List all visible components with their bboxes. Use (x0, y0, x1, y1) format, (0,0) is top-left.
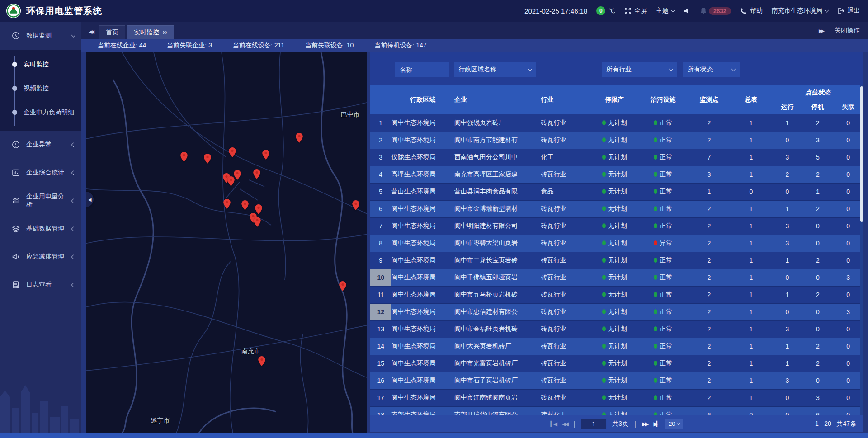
table-scrollbar (860, 85, 863, 415)
chevron-down-icon (671, 8, 675, 13)
table-scrollbar-thumb[interactable] (860, 86, 863, 222)
fullscreen-button[interactable]: 全屏 (624, 7, 647, 15)
cell-run-count: 0 (772, 183, 802, 200)
map-pin-icon[interactable] (253, 169, 260, 179)
enterprise-table: 行政区域 企业 行业 停限产 治污设施 监测点 总表 点位状态 (370, 85, 863, 415)
cell-total-meter: 1 (730, 235, 772, 252)
col-lost: 失联 (833, 100, 863, 114)
prev-page-button[interactable]: ◀◀ (562, 421, 567, 427)
status-filter-select[interactable]: 所有状态 (683, 62, 740, 77)
sidebar-subitem-视频监控[interactable]: 视频监控 (0, 76, 81, 100)
page-size-select[interactable]: 20 (665, 419, 683, 429)
close-operations-button[interactable]: 关闭操作 (835, 27, 860, 35)
table-row[interactable]: 18南部生态环境局南部县瑞华山河有限公建材化工无计划正常60060 (370, 406, 863, 415)
sidebar-item-label: 数据监测 (26, 32, 66, 40)
skyline-decoration (0, 365, 81, 433)
map-pin-icon[interactable] (241, 200, 249, 210)
cell-monitor-count: 7 (688, 149, 730, 166)
notification-area[interactable]: 2632 (700, 7, 731, 15)
table-row[interactable]: 10阆中生态环境局阆中千佛镇五郎垭页岩砖瓦行业无计划正常21003 (370, 269, 863, 286)
sidebar-item-日志查看[interactable]: 日志查看 (0, 271, 81, 299)
table-row[interactable]: 12阆中生态环境局阆中市忠信建材有限公砖瓦行业无计划正常21003 (370, 303, 863, 320)
page-number-input[interactable] (581, 419, 606, 429)
first-page-button[interactable]: ▎◀ (551, 421, 556, 427)
org-dropdown[interactable]: 南充市生态环境局 (772, 7, 828, 15)
map-pin-icon[interactable] (223, 199, 231, 209)
map-pin-icon[interactable] (254, 217, 261, 227)
table-row[interactable]: 2阆中生态环境局阆中市南方节能建材有砖瓦行业无计划正常21030 (370, 132, 863, 149)
map-pin-icon[interactable] (262, 150, 269, 160)
cell-region: 阆中生态环境局 (391, 200, 454, 217)
sidebar-item-企业综合统计[interactable]: 企业综合统计 (0, 159, 81, 187)
cell-num: 15 (370, 355, 391, 372)
cell-region: 仪陇生态环境局 (391, 149, 454, 166)
table-row[interactable]: 6阆中生态环境局阆中市金博瑞新型墙材砖瓦行业无计划正常21120 (370, 200, 863, 217)
map-pin-icon[interactable] (296, 133, 303, 143)
cell-total-meter: 1 (730, 338, 772, 355)
cell-company: 阆中市枣碧大梁山页岩 (454, 235, 541, 252)
cell-stop-status: 无计划 (591, 269, 638, 286)
cell-facility-status: 正常 (638, 406, 688, 415)
sidebar-item-数据监测[interactable]: 数据监测 (0, 22, 81, 50)
tab-首页[interactable]: 首页 (99, 25, 125, 39)
table-row[interactable]: 3仪陇生态环境局西南油气田分公司川中化工无计划正常71350 (370, 149, 863, 166)
status-dot-icon (654, 361, 657, 366)
name-filter-field[interactable] (395, 62, 449, 77)
table-row[interactable]: 14阆中生态环境局阆中大兴页岩机砖厂砖瓦行业无计划正常21120 (370, 338, 863, 355)
sidebar-item-企业用电量分析[interactable]: 企业用电量分析 (0, 187, 81, 215)
map-pin-icon[interactable] (204, 154, 211, 164)
cell-industry: 砖瓦行业 (541, 355, 591, 372)
table-row[interactable]: 5营山生态环境局营山县润丰肉食品有限食品无计划正常10010 (370, 183, 863, 200)
tab-实时监控[interactable]: 实时监控⊗ (127, 25, 174, 39)
map-pin-icon[interactable] (180, 152, 188, 162)
last-page-button[interactable]: ▶▎ (654, 421, 659, 427)
sidebar-item-应急减排管理[interactable]: 应急减排管理 (0, 243, 81, 271)
map-pin-icon[interactable] (258, 356, 265, 366)
chevron-down-icon (669, 67, 674, 71)
table-row[interactable]: 7阆中生态环境局阆中明阳建材有限公司砖瓦行业无计划正常21300 (370, 217, 863, 235)
cell-run-count: 0 (772, 269, 802, 286)
table-row[interactable]: 9阆中生态环境局阆中市二龙长宝页岩砖砖瓦行业无计划正常21120 (370, 252, 863, 269)
map-pin-icon[interactable] (229, 147, 236, 157)
map-pin-icon[interactable] (339, 281, 346, 291)
table-row[interactable]: 1阆中生态环境局阆中强锐页岩砖厂砖瓦行业无计划正常21120 (370, 114, 863, 132)
sidebar-item-基础数据管理[interactable]: 基础数据管理 (0, 215, 81, 243)
map-pin-icon[interactable] (234, 170, 241, 180)
status-dot-icon (602, 292, 606, 297)
table-row[interactable]: 4高坪生态环境局南充市高坪区王家店建砖瓦行业无计划正常31220 (370, 166, 863, 183)
table-row[interactable]: 8阆中生态环境局阆中市枣碧大梁山页岩砖瓦行业无计划异常21300 (370, 235, 863, 252)
cell-facility-status: 正常 (638, 252, 688, 269)
table-row[interactable]: 16阆中生态环境局阆中市石子页岩机砖厂砖瓦行业无计划正常21300 (370, 372, 863, 389)
next-page-button[interactable]: ▶▶ (642, 421, 647, 427)
theme-dropdown[interactable]: 主题 (656, 7, 675, 15)
total-count-label: 共47条 (836, 420, 856, 427)
table-row[interactable]: 15阆中生态环境局阆中市光富页岩机砖厂砖瓦行业无计划正常21120 (370, 355, 863, 372)
monitor-panel: 行政区域名称 所有行业 所有状态 (370, 52, 863, 429)
mute-button[interactable] (684, 7, 691, 14)
cell-industry: 化工 (541, 149, 591, 166)
name-filter-input[interactable] (400, 66, 445, 73)
cell-total-meter: 1 (730, 286, 772, 303)
logout-button[interactable]: 退出 (837, 7, 860, 15)
tabs-scroll-right-button[interactable]: ▶▶ (819, 28, 823, 34)
sidebar-subitem-企业电力负荷明细[interactable]: 企业电力负荷明细 (0, 100, 81, 124)
table-header: 行政区域 企业 行业 停限产 治污设施 监测点 总表 点位状态 (370, 85, 863, 114)
help-button[interactable]: 帮助 (740, 7, 763, 15)
sidebar-item-企业异常[interactable]: 企业异常 (0, 131, 81, 159)
table-row[interactable]: 13阆中生态环境局阆中市金福旺页岩机砖砖瓦行业无计划正常21300 (370, 320, 863, 338)
map-pin-icon[interactable] (352, 200, 359, 210)
cell-stop-status: 无计划 (591, 389, 638, 406)
cell-facility-status: 正常 (638, 149, 688, 166)
map-panel[interactable]: 巴中市南充市遂宁市 ◀ (86, 52, 367, 433)
brand: 环保用电监管系统 (6, 4, 102, 18)
table-row[interactable]: 11阆中生态环境局阆中市五马桥页岩机砖砖瓦行业无计划正常21120 (370, 286, 863, 303)
cell-stop-status: 无计划 (591, 183, 638, 200)
industry-filter-select[interactable]: 所有行业 (602, 62, 677, 77)
table-row[interactable]: 17阆中生态环境局阆中市江南镇阆南页岩砖瓦行业无计划正常21030 (370, 389, 863, 406)
tab-close-icon[interactable]: ⊗ (162, 29, 167, 36)
sidebar-subitem-实时监控[interactable]: 实时监控 (0, 52, 81, 76)
col-facility: 治污设施 (638, 85, 688, 114)
cell-monitor-count: 2 (688, 217, 730, 235)
region-filter-select[interactable]: 行政区域名称 (454, 62, 536, 77)
tabs-scroll-left-button[interactable]: ◀◀ (89, 29, 93, 35)
